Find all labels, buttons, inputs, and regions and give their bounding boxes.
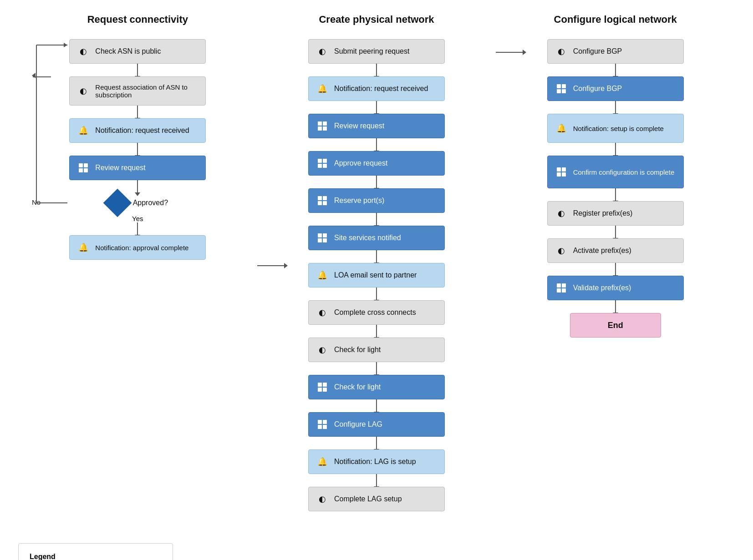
arrow-c3n1 <box>615 64 616 76</box>
columns-body: ◐ Check ASN is public ◐ Request associat… <box>18 35 735 511</box>
node-c2n12: 🔔 Notification: LAG is setup <box>308 449 445 474</box>
diamond <box>103 189 132 217</box>
column-1: ◐ Check ASN is public ◐ Request associat… <box>18 35 257 260</box>
arrow-c2n6 <box>376 250 377 263</box>
arrow-c2n12 <box>376 474 377 487</box>
bell-icon-c2n12: 🔔 <box>315 454 330 469</box>
node-c2n2: 🔔 Notification: request received <box>308 76 445 101</box>
bell-icon-c3n3: 🔔 <box>554 121 569 136</box>
node-c2n10: Check for light <box>308 375 445 399</box>
node-c2n5: Reserve port(s) <box>308 188 445 213</box>
node-c2n11: Configure LAG <box>308 412 445 437</box>
node-c3n6: ◐ Activate prefix(es) <box>547 238 684 263</box>
node-c2n1: ◐ Submit peering request <box>308 39 445 64</box>
arrow-c3n7 <box>615 300 616 313</box>
spacer <box>209 525 735 560</box>
arrow-c2n1 <box>376 64 377 76</box>
arrow-c1n1 <box>137 64 138 76</box>
decision-section: No Approved? Yes <box>18 193 257 222</box>
person-icon-c1n1: ◐ <box>76 44 91 59</box>
node-c3n7: Validate prefix(es) <box>547 276 684 300</box>
node-c2n3: Review request <box>308 114 445 138</box>
person-icon-c2n13: ◐ <box>315 492 330 506</box>
bell-icon-c1n3: 🔔 <box>76 123 91 138</box>
ms-icon-c2n10 <box>315 380 330 394</box>
no-feedback-svg <box>18 193 100 375</box>
arrow-c3n5 <box>615 226 616 238</box>
arrow-c2n9 <box>376 362 377 375</box>
ms-icon-c3n2 <box>554 81 569 96</box>
legend-title: Legend <box>30 553 162 560</box>
ms-icon-c3n7 <box>554 281 569 295</box>
arrow-c2n2 <box>376 101 377 114</box>
node-c1n1: ◐ Check ASN is public <box>69 39 206 64</box>
person-icon-c3n6: ◐ <box>554 243 569 258</box>
node-c3n5: ◐ Register prefix(es) <box>547 201 684 226</box>
no-label: No <box>32 198 41 206</box>
ms-icon-c2n5 <box>315 193 330 208</box>
node-c2n13: ◐ Complete LAG setup <box>308 487 445 511</box>
col1-header: Request connectivity <box>18 14 257 25</box>
node-c2n7: 🔔 LOA email sent to partner <box>308 263 445 288</box>
ms-icon-c2n6 <box>315 231 330 245</box>
arrow-c3n3 <box>615 143 616 156</box>
arrow-c2n10 <box>376 399 377 412</box>
col3-header: Configure logical network <box>496 14 735 25</box>
columns-header: Request connectivity Create physical net… <box>18 14 735 25</box>
bell-icon-c2n7: 🔔 <box>315 268 330 283</box>
person-icon-c2n1: ◐ <box>315 44 330 59</box>
ms-icon-c2n4 <box>315 156 330 171</box>
person-icon-c3n1: ◐ <box>554 44 569 59</box>
bottom-content: Legend ◐ Action for operator Action <box>18 525 735 560</box>
arrow-c2n8 <box>376 325 377 338</box>
node-c2n4: Approve request <box>308 151 445 176</box>
arrow-c3n6 <box>615 263 616 276</box>
arrow-c2n5 <box>376 213 377 226</box>
node-c3n2: Configure BGP <box>547 76 684 101</box>
arrow-c2n7 <box>376 288 377 300</box>
arrow-c2n11 <box>376 437 377 449</box>
node-c3n3: 🔔 Notification: setup is complete <box>547 114 684 143</box>
column-3: ◐ Configure BGP Configure BGP 🔔 Notifica… <box>496 35 735 338</box>
ms-icon-c2n11 <box>315 417 330 432</box>
node-c1n2: ◐ Request association of ASN to subscrip… <box>69 76 206 106</box>
diagram-container: Request connectivity Create physical net… <box>18 14 735 560</box>
bell-icon-c2n2: 🔔 <box>315 81 330 96</box>
svg-marker-3 <box>64 43 67 47</box>
node-c3n1: ◐ Configure BGP <box>547 39 684 64</box>
person-icon-c2n8: ◐ <box>315 305 330 320</box>
node-c2n8: ◐ Complete cross connects <box>308 300 445 325</box>
node-c1n6: 🔔 Notification: approval complete <box>69 235 206 260</box>
col2-header: Create physical network <box>257 14 496 25</box>
approved-label: Approved? <box>133 199 168 207</box>
ms-icon-c1n4 <box>76 161 91 175</box>
legend-section: Legend ◐ Action for operator Action <box>18 525 209 560</box>
person-icon-c1n2: ◐ <box>76 84 91 98</box>
decision-row: No Approved? <box>18 193 257 213</box>
node-c2n6: Site services notified <box>308 226 445 250</box>
node-c3n8: End <box>570 313 661 338</box>
node-c1n3: 🔔 Notification: request received <box>69 118 206 143</box>
arrow-c2n4 <box>376 176 377 188</box>
arrow-c2n3 <box>376 138 377 151</box>
node-c2n9: ◐ Check for light <box>308 338 445 362</box>
arrow-c3n2 <box>615 101 616 114</box>
node-c1n4: Review request <box>69 156 206 180</box>
arrow-decision <box>137 222 138 235</box>
arrow-c1n4 <box>137 180 138 193</box>
person-icon-c2n9: ◐ <box>315 343 330 357</box>
bell-icon-c1n6: 🔔 <box>76 240 91 255</box>
ms-icon-c2n3 <box>315 119 330 133</box>
ms-icon-c3n4 <box>554 165 569 179</box>
yes-label: Yes <box>132 215 143 222</box>
arrow-c3n4 <box>615 188 616 201</box>
column-2: ◐ Submit peering request 🔔 Notification:… <box>257 35 496 511</box>
arrow-c1n2 <box>137 106 138 118</box>
person-icon-c3n5: ◐ <box>554 206 569 221</box>
node-c3n4: Confirm configuration is complete <box>547 156 684 188</box>
arrow-c1n3 <box>137 143 138 156</box>
legend: Legend ◐ Action for operator Action <box>18 543 173 560</box>
